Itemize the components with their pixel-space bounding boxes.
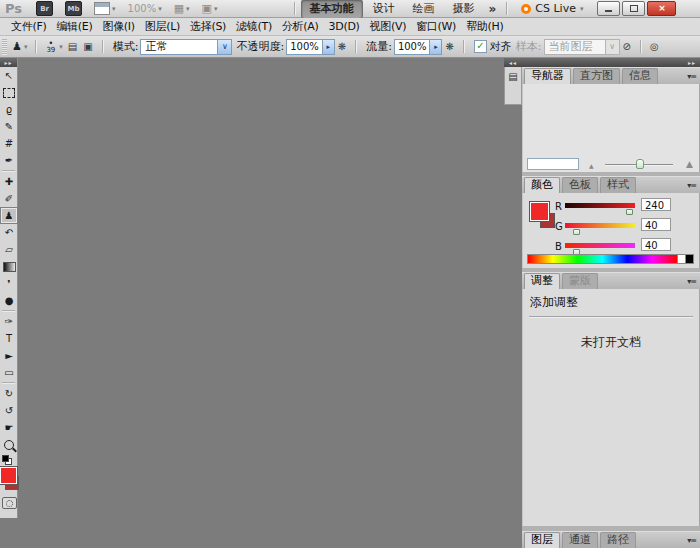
tab-图层[interactable]: 图层 [524, 532, 560, 548]
cs-live-button[interactable]: CS Live ▾ [521, 2, 583, 15]
channel-slider[interactable] [565, 203, 635, 208]
tab-导航器[interactable]: 导航器 [524, 68, 571, 84]
eyedropper-tool[interactable]: ✒ [0, 152, 18, 169]
path-selection-tool[interactable]: ► [0, 347, 18, 364]
ramp-white-swatch[interactable] [677, 254, 685, 264]
zoom-tool[interactable] [0, 436, 18, 453]
slider-thumb[interactable] [636, 159, 644, 169]
gradient-tool[interactable] [0, 258, 18, 275]
workspace-button[interactable]: 设计 [365, 0, 403, 18]
aligned-checkbox[interactable]: ✓ 对齐 [474, 39, 512, 54]
menu-item[interactable]: 滤镜(T) [231, 19, 277, 34]
menu-item[interactable]: 选择(S) [185, 19, 231, 34]
color-spectrum-ramp[interactable] [527, 254, 677, 264]
zoom-level-control[interactable]: 100% ▾ [128, 3, 162, 14]
type-tool[interactable]: T [0, 330, 18, 347]
menu-item[interactable]: 帮助(H) [461, 19, 508, 34]
eraser-tool[interactable]: ▱ [0, 241, 18, 258]
menu-item[interactable]: 视图(V) [365, 19, 412, 34]
menu-item[interactable]: 分析(A) [277, 19, 324, 34]
channel-value-field[interactable]: 240 [641, 198, 671, 211]
navigator-zoom-field[interactable] [527, 158, 579, 170]
foreground-color-swatch[interactable] [530, 202, 549, 221]
workspace-button[interactable]: 摄影 [445, 0, 483, 18]
default-colors-icon[interactable] [2, 455, 12, 465]
channel-slider[interactable] [565, 243, 635, 248]
tool-preset-picker[interactable]: ♟ ▾ [10, 40, 29, 53]
tab-色板[interactable]: 色板 [562, 177, 598, 193]
panel-menu-icon[interactable]: ▾≡ [687, 277, 700, 289]
channel-value-field[interactable]: 40 [641, 238, 671, 251]
tab-信息[interactable]: 信息 [622, 68, 658, 84]
channel-value-field[interactable]: 40 [641, 218, 671, 231]
tab-蒙版[interactable]: 蒙版 [562, 273, 598, 289]
tab-颜色[interactable]: 颜色 [524, 177, 560, 193]
foreground-color-swatch[interactable] [0, 467, 17, 484]
3d-roll-tool[interactable]: ↺ [0, 402, 18, 419]
arrange-documents-button[interactable]: ▾ [94, 2, 116, 15]
brush-tool[interactable]: ✐ [0, 190, 18, 207]
close-button[interactable]: × [647, 1, 676, 16]
3d-rotate-tool[interactable]: ↻ [0, 385, 18, 402]
opacity-field[interactable]: 100% ▸ [286, 39, 335, 55]
menu-item[interactable]: 窗口(W) [411, 19, 461, 34]
navigator-zoom-slider[interactable] [605, 163, 673, 166]
airbrush-flow-button[interactable]: ❋ [442, 41, 456, 52]
airbrush-opacity-button[interactable]: ❋ [335, 41, 349, 52]
mode-select[interactable]: 正常 ∨ [140, 39, 232, 55]
quick-selection-tool[interactable]: ✎ [0, 118, 18, 135]
view-extras-button[interactable]: ▦ ▾ [174, 2, 190, 15]
blur-tool[interactable]: ❜ [0, 275, 18, 292]
brush-preset-picker[interactable]: • 39 ▾ [42, 40, 64, 54]
tab-调整[interactable]: 调整 [524, 273, 560, 289]
menu-item[interactable]: 文件(F) [6, 19, 51, 34]
restore-button[interactable] [622, 1, 645, 16]
minimize-button[interactable] [597, 1, 620, 16]
panel-menu-icon[interactable]: ▾≡ [687, 536, 700, 548]
ramp-black-swatch[interactable] [685, 254, 694, 264]
spot-healing-brush-tool[interactable]: ✚ [0, 173, 18, 190]
workspace-overflow-button[interactable]: » [485, 2, 501, 16]
clone-stamp-tool[interactable]: ♟ [0, 207, 18, 224]
workspace-button[interactable]: 绘画 [405, 0, 443, 18]
menu-item[interactable]: 图像(I) [97, 19, 139, 34]
history-panel-icon[interactable]: ▤ [508, 72, 517, 104]
flow-field[interactable]: 100% ▸ [394, 39, 443, 55]
panel-menu-icon[interactable]: ▾≡ [687, 181, 700, 193]
lasso-tool[interactable]: ϱ [0, 101, 18, 118]
channel-slider-thumb[interactable] [626, 209, 633, 215]
menu-item[interactable]: 3D(D) [324, 20, 365, 33]
launch-bridge-button[interactable]: Br [36, 1, 53, 16]
workspace-button[interactable]: 基本功能 [301, 0, 363, 19]
ignore-adjustment-layers-button[interactable]: ⊘ [620, 41, 634, 52]
rectangle-tool[interactable]: ▭ [0, 364, 18, 381]
hand-tool[interactable]: ☛ [0, 419, 18, 436]
zoom-in-icon[interactable]: ▲ [686, 160, 693, 169]
options-bar-grip[interactable] [2, 39, 7, 55]
toggle-clone-source-panel-button[interactable]: ▣ [80, 41, 95, 52]
tablet-pressure-button[interactable]: ◎ [647, 41, 662, 52]
move-tool[interactable]: ↖ [0, 67, 18, 84]
tab-通道[interactable]: 通道 [562, 532, 598, 548]
quick-mask-button[interactable] [2, 497, 17, 509]
tab-样式[interactable]: 样式 [600, 177, 636, 193]
toolbox-collapse-button[interactable]: ▸▸ [0, 58, 17, 67]
panel-menu-icon[interactable]: ▾≡ [687, 72, 700, 84]
crop-tool[interactable]: # [0, 135, 18, 152]
launch-minibridge-button[interactable]: Mb [65, 1, 82, 16]
channel-slider[interactable] [565, 223, 635, 228]
pen-tool[interactable]: ✑ [0, 313, 18, 330]
tab-路径[interactable]: 路径 [600, 532, 636, 548]
dock-collapse-button[interactable]: ▸▸ [522, 58, 700, 67]
toggle-brush-panel-button[interactable]: ▤ [65, 41, 80, 52]
screen-mode-button[interactable]: ▣ ▾ [202, 2, 218, 15]
tab-直方图[interactable]: 直方图 [573, 68, 620, 84]
canvas[interactable] [0, 58, 522, 548]
channel-slider-thumb[interactable] [573, 229, 580, 235]
menu-item[interactable]: 图层(L) [140, 19, 185, 34]
dock-expand-button[interactable]: ◂◂ [504, 58, 522, 67]
zoom-out-icon[interactable]: ▲ [589, 163, 594, 169]
rectangular-marquee-tool[interactable] [0, 84, 18, 101]
dodge-tool[interactable]: ● [0, 292, 18, 309]
menu-item[interactable]: 编辑(E) [51, 19, 97, 34]
